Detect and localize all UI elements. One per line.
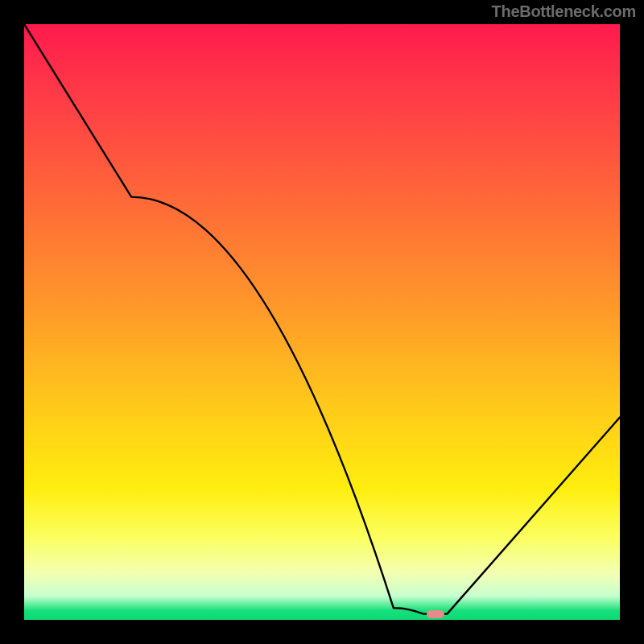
optimal-marker <box>427 610 444 618</box>
bottleneck-curve-path <box>24 24 620 614</box>
chart-frame: TheBottleneck.com <box>0 0 644 644</box>
curve-svg <box>24 24 620 620</box>
plot-area <box>24 24 620 620</box>
watermark-text: TheBottleneck.com <box>492 2 636 21</box>
